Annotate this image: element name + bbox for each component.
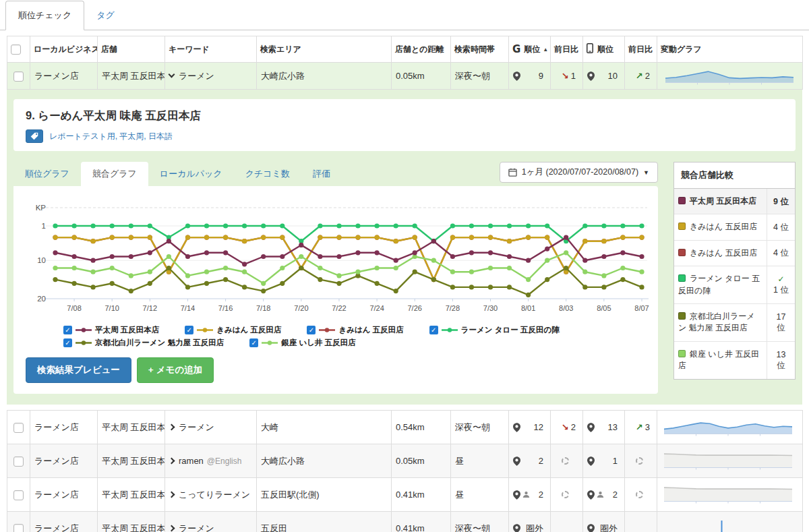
- loading-spinner-icon: [636, 457, 643, 465]
- row-checkbox[interactable]: [13, 71, 24, 82]
- time-slot-cell: 昼: [451, 444, 509, 478]
- trend-up-arrow-icon: ↗: [636, 422, 643, 432]
- person-icon: [597, 491, 604, 498]
- expand-chevron-icon[interactable]: [169, 423, 175, 430]
- legend-checkbox[interactable]: ✓: [249, 338, 258, 347]
- col-mobile-diff: 前日比: [625, 36, 657, 63]
- loading-spinner-icon: [562, 457, 569, 465]
- compare-rank: 9 位: [767, 189, 795, 214]
- keyword-cell: ramen@English: [165, 444, 257, 478]
- tag-icon-button[interactable]: [26, 129, 43, 143]
- mobile-phone-icon: [587, 43, 593, 55]
- legend-item[interactable]: ✓きみはん 五反田店: [307, 325, 403, 335]
- trend-sparkline-cell: [657, 444, 803, 478]
- expand-chevron-icon[interactable]: [169, 458, 175, 465]
- tag-icon: [30, 132, 38, 140]
- expand-chevron-icon[interactable]: [169, 491, 175, 498]
- series-marker-icon: [76, 340, 92, 346]
- google-diff-cell: ↘1: [551, 63, 583, 90]
- svg-text:7/30: 7/30: [483, 304, 498, 312]
- svg-text:7/14: 7/14: [181, 304, 195, 312]
- map-pin-icon: [513, 71, 520, 81]
- tag-list[interactable]: レポートテスト用, 平太周, 日本語: [49, 131, 173, 142]
- series-marker-icon: [76, 327, 92, 333]
- legend-item[interactable]: ✓京都北白川ラーメン 魁力屋 五反田店: [63, 338, 224, 348]
- person-icon: [522, 491, 530, 498]
- legend-checkbox[interactable]: ✓: [429, 326, 438, 334]
- series-color-swatch: [678, 249, 686, 256]
- add-memo-button[interactable]: +メモの追加: [137, 357, 214, 383]
- collapse-chevron-icon[interactable]: [169, 71, 175, 78]
- legend-checkbox[interactable]: ✓: [185, 326, 193, 334]
- trend-sparkline: [661, 416, 795, 436]
- mobile-diff-cell: [625, 444, 657, 478]
- table-row: ラーメン店平太周 五反田本店ラーメン大崎広小路0.05km深夜〜朝9↘110↗2: [7, 63, 803, 90]
- keyword-cell: ラーメン: [165, 411, 257, 444]
- legend-checkbox[interactable]: ✓: [63, 326, 72, 334]
- detail-tab-1[interactable]: 競合グラフ: [81, 162, 148, 186]
- svg-text:8/01: 8/01: [521, 304, 535, 312]
- legend-item[interactable]: ✓平太周 五反田本店: [63, 325, 159, 335]
- tag-row: レポートテスト用, 平太周, 日本語: [26, 129, 783, 143]
- mobile-rank-cell: 1: [583, 444, 625, 478]
- select-all-cell: [7, 36, 30, 63]
- svg-text:7/10: 7/10: [104, 304, 119, 312]
- col-google-rank[interactable]: G 順位 ▲: [509, 36, 551, 63]
- time-slot-cell: 深夜〜朝: [451, 63, 509, 90]
- business-title: 9. らーめん平太周 味庵 五反田本店: [26, 109, 783, 123]
- map-pin-icon: [513, 524, 520, 532]
- mobile-rank-cell: 13: [583, 411, 625, 444]
- trend-sparkline: [663, 65, 796, 85]
- table-row: ラーメン店平太周 五反田本店こってりラーメン五反田駅(北側)0.41km昼22: [7, 478, 803, 512]
- row-checkbox-cell: [7, 63, 30, 90]
- col-mobile-rank[interactable]: 順位: [583, 36, 625, 63]
- keyword-cell: ラーメン: [165, 63, 257, 90]
- col-trend-graph: 変動グラフ: [657, 36, 803, 63]
- time-slot-cell: 昼: [451, 478, 509, 512]
- tab-tags[interactable]: タグ: [84, 1, 127, 30]
- time-slot-cell: 深夜〜朝: [451, 512, 509, 532]
- legend-checkbox[interactable]: ✓: [307, 326, 316, 334]
- local-business-cell: ラーメン店: [30, 444, 98, 478]
- search-area-cell: 五反田駅(北側): [257, 478, 392, 512]
- search-preview-button[interactable]: 検索結果プレビュー: [26, 357, 131, 383]
- col-keyword: キーワード: [165, 36, 257, 63]
- svg-text:8/03: 8/03: [559, 304, 573, 312]
- svg-text:7/24: 7/24: [369, 304, 384, 312]
- detail-tab-2[interactable]: ローカルパック: [148, 162, 234, 186]
- svg-text:1: 1: [42, 222, 46, 230]
- compare-rank: ✓1 位: [767, 266, 795, 303]
- detail-title-card: 9. らーめん平太周 味庵 五反田本店 レポートテスト用, 平太周, 日本語: [13, 99, 796, 151]
- svg-text:7/18: 7/18: [256, 304, 270, 312]
- detail-tab-4[interactable]: 評価: [301, 162, 342, 186]
- legend-item[interactable]: ✓きみはん 五反田店: [185, 325, 281, 335]
- distance-cell: 0.05km: [392, 444, 451, 478]
- legend-item[interactable]: ✓ラーメン タロー 五反田の陣: [429, 325, 560, 335]
- map-pin-icon: [513, 423, 520, 432]
- date-range-button[interactable]: 1ヶ月 (2020/07/07-2020/08/07) ▼: [500, 162, 658, 183]
- select-all-checkbox[interactable]: [11, 45, 21, 55]
- row-checkbox[interactable]: [13, 490, 24, 500]
- row-checkbox[interactable]: [13, 423, 24, 433]
- series-color-swatch: [678, 223, 686, 230]
- row-checkbox[interactable]: [13, 456, 24, 467]
- series-color-swatch: [678, 197, 686, 204]
- store-cell: 平太周 五反田本店: [98, 444, 165, 478]
- legend-checkbox[interactable]: ✓: [63, 338, 72, 347]
- detail-tab-bar: 順位グラフ競合グラフローカルパッククチコミ数評価: [13, 162, 342, 186]
- map-pin-icon: [513, 456, 520, 466]
- detail-tab-3[interactable]: クチコミ数: [234, 162, 301, 186]
- sort-asc-icon: ▲: [543, 47, 548, 53]
- legend-item[interactable]: ✓銀座 いし井 五反田店: [249, 338, 355, 348]
- expand-chevron-icon[interactable]: [169, 525, 175, 531]
- tab-rank-check[interactable]: 順位チェック: [5, 1, 84, 30]
- detail-panel: 9. らーめん平太周 味庵 五反田本店 レポートテスト用, 平太周, 日本語 順…: [7, 90, 802, 405]
- local-business-cell: ラーメン店: [30, 478, 98, 512]
- detail-tab-0[interactable]: 順位グラフ: [13, 162, 81, 186]
- svg-text:7/22: 7/22: [332, 304, 346, 312]
- trend-up-arrow-icon: ↗: [636, 71, 643, 81]
- row-checkbox[interactable]: [13, 524, 24, 532]
- google-diff-cell: ↘2: [551, 411, 583, 444]
- table-row: ラーメン店平太周 五反田本店ラーメン五反田0.41km深夜〜朝圏外圏外: [7, 512, 803, 532]
- col-store: 店舗: [98, 36, 165, 63]
